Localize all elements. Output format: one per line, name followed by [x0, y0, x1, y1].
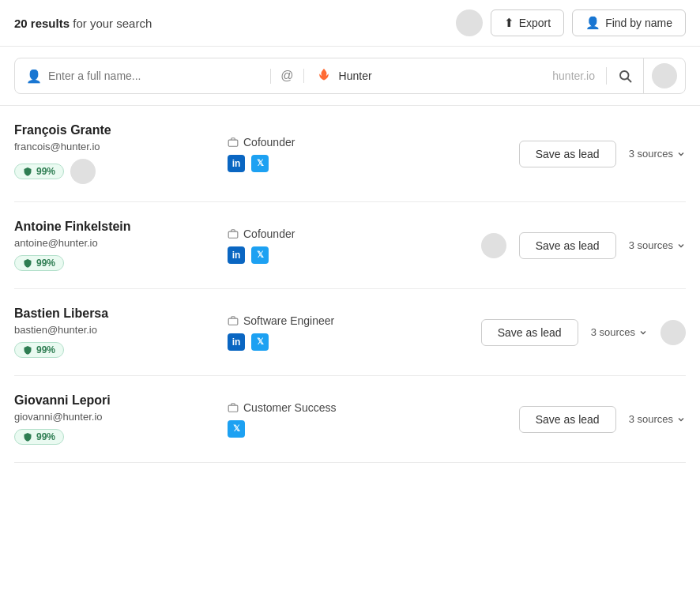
score-badge: 99%	[14, 342, 64, 358]
save-as-lead-button[interactable]: Save as lead	[481, 319, 578, 346]
results-count: 20 results	[14, 17, 70, 30]
svg-rect-2	[228, 140, 238, 146]
person-name: Antoine Finkelstein	[14, 220, 220, 234]
person-name: François Grante	[14, 123, 220, 137]
result-item: Giovanni Lepori giovanni@hunter.io 99% C…	[14, 376, 686, 463]
score-badge: 99%	[14, 164, 64, 179]
person-info-1: François Grante francois@hunter.io 99%	[14, 123, 220, 184]
svg-rect-5	[228, 405, 238, 412]
person-info-2: Antoine Finkelstein antoine@hunter.io 99…	[14, 220, 220, 271]
page-header: 20 results for your search ⬆ Export 👤 Fi…	[0, 0, 700, 47]
linkedin-link[interactable]: in	[228, 155, 245, 172]
shield-icon	[23, 345, 32, 355]
find-by-name-button[interactable]: 👤 Find by name	[572, 9, 686, 36]
results-summary: 20 results for your search	[14, 17, 446, 30]
sources-text[interactable]: 3 sources	[591, 326, 648, 338]
shield-icon	[23, 167, 32, 176]
at-symbol: @	[271, 69, 303, 83]
linkedin-link[interactable]: in	[228, 333, 245, 351]
search-button[interactable]	[607, 58, 644, 93]
shield-icon	[23, 258, 32, 268]
person-search-icon: 👤	[26, 69, 42, 84]
person-email: antoine@hunter.io	[14, 237, 220, 249]
search-circle-button[interactable]	[652, 63, 677, 88]
search-bar: 👤 @ Hunter hunter.io	[14, 58, 686, 94]
svg-rect-4	[228, 318, 238, 325]
job-title: Customer Success	[228, 401, 336, 414]
social-links-2: in 𝕏	[228, 246, 269, 264]
person-info-4: Giovanni Lepori giovanni@hunter.io 99%	[14, 393, 220, 445]
save-as-lead-button[interactable]: Save as lead	[519, 141, 616, 167]
actions-area-2: Save as lead 3 sources	[393, 232, 686, 259]
person-email: francois@hunter.io	[14, 141, 220, 152]
search-icon	[618, 69, 632, 83]
chevron-down-icon	[638, 328, 648, 337]
action-circle-2[interactable]	[481, 233, 506, 258]
linkedin-link[interactable]: in	[228, 246, 245, 264]
job-info-3: Software Engineer in 𝕏	[228, 314, 386, 351]
twitter-link[interactable]: 𝕏	[251, 333, 269, 351]
score-badge: 99%	[14, 429, 64, 445]
briefcase-icon	[228, 137, 239, 148]
svg-rect-3	[228, 231, 238, 238]
job-title: Software Engineer	[228, 314, 334, 327]
person-name: Bastien Libersa	[14, 306, 220, 321]
sources-text[interactable]: 3 sources	[629, 148, 686, 160]
svg-line-1	[627, 78, 630, 81]
social-links-4: 𝕏	[228, 420, 245, 438]
job-info-4: Customer Success 𝕏	[228, 401, 386, 438]
header-actions: ⬆ Export 👤 Find by name	[456, 9, 686, 36]
results-list: François Grante francois@hunter.io 99% C…	[0, 106, 700, 463]
action-circle-1[interactable]	[70, 159, 96, 184]
chevron-down-icon	[676, 241, 686, 250]
hunter-logo-icon	[315, 67, 333, 85]
social-links-1: in 𝕏	[228, 155, 269, 172]
chevron-down-icon	[676, 149, 686, 159]
person-info-3: Bastien Libersa bastien@hunter.io 99%	[14, 306, 220, 358]
job-info-2: Cofounder in 𝕏	[228, 228, 386, 264]
twitter-link[interactable]: 𝕏	[251, 155, 269, 172]
result-item: François Grante francois@hunter.io 99% C…	[14, 106, 686, 202]
chevron-down-icon	[676, 415, 686, 424]
save-as-lead-button[interactable]: Save as lead	[519, 406, 616, 433]
name-search-section: 👤	[15, 69, 271, 84]
action-circle-3[interactable]	[660, 320, 686, 345]
export-button[interactable]: ⬆ Export	[491, 9, 564, 36]
provider-name: Hunter	[339, 70, 372, 82]
briefcase-icon	[228, 402, 239, 413]
header-circle-button[interactable]	[456, 9, 483, 36]
social-links-3: in 𝕏	[228, 333, 269, 351]
find-by-name-label: Find by name	[605, 17, 672, 29]
export-label: Export	[519, 17, 551, 29]
provider-section: Hunter hunter.io	[304, 67, 607, 85]
shield-icon	[23, 432, 32, 442]
sources-text[interactable]: 3 sources	[629, 413, 686, 425]
results-rest: for your search	[70, 17, 152, 30]
actions-area-3: Save as lead 3 sources	[393, 319, 686, 346]
person-email: bastien@hunter.io	[14, 324, 220, 336]
actions-area-4: Save as lead 3 sources	[393, 406, 686, 433]
score-badge: 99%	[14, 255, 64, 271]
job-title: Cofounder	[228, 136, 295, 149]
job-title: Cofounder	[228, 228, 295, 240]
job-info-1: Cofounder in 𝕏	[228, 136, 386, 172]
briefcase-icon	[228, 315, 239, 326]
twitter-link[interactable]: 𝕏	[251, 246, 269, 264]
actions-area-1: Save as lead 3 sources	[393, 141, 686, 167]
twitter-link[interactable]: 𝕏	[228, 420, 245, 438]
name-search-input[interactable]	[48, 70, 259, 82]
save-as-lead-button[interactable]: Save as lead	[519, 232, 616, 259]
result-item: Bastien Libersa bastien@hunter.io 99% So…	[14, 289, 686, 376]
briefcase-icon	[228, 228, 239, 239]
person-name: Giovanni Lepori	[14, 393, 220, 408]
sources-text[interactable]: 3 sources	[629, 239, 686, 251]
person-email: giovanni@hunter.io	[14, 411, 220, 423]
provider-domain: hunter.io	[552, 70, 595, 82]
export-icon: ⬆	[504, 16, 514, 30]
result-item: Antoine Finkelstein antoine@hunter.io 99…	[14, 202, 686, 289]
person-icon: 👤	[585, 16, 600, 30]
